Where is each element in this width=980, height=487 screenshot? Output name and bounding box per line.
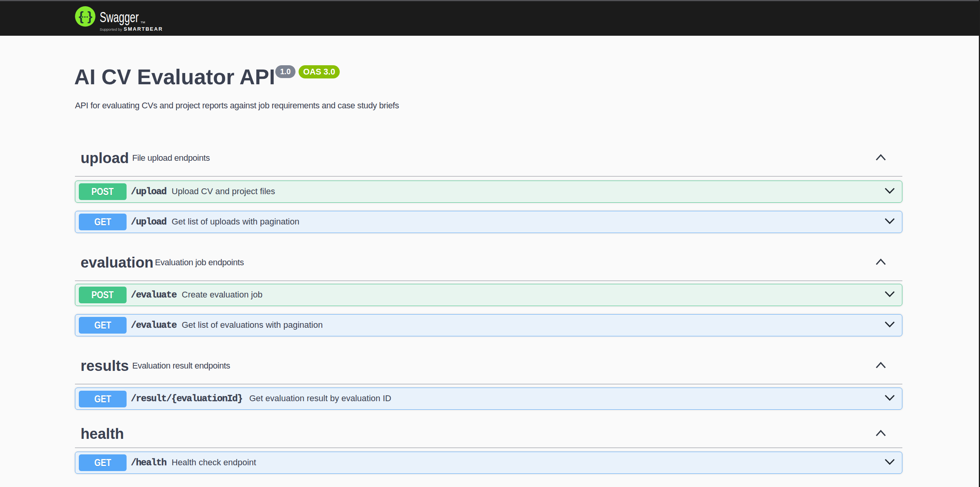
svg-text:{: { — [79, 9, 84, 23]
svg-text:Supported by: Supported by — [100, 27, 122, 31]
svg-text:SMARTBEAR: SMARTBEAR — [124, 26, 163, 32]
svg-text:Swagger: Swagger — [100, 9, 139, 25]
svg-text:TM: TM — [141, 21, 145, 24]
svg-text:}: } — [87, 9, 92, 23]
